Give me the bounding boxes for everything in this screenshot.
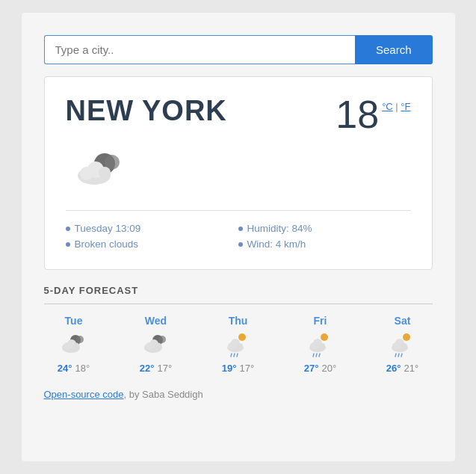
weather-card: NEW YORK 18 °C | °F	[44, 76, 433, 270]
day-icon	[143, 331, 170, 358]
forecast-day: Fri 27°20°	[291, 315, 350, 374]
svg-line-23	[231, 354, 232, 357]
svg-point-22	[237, 343, 243, 349]
dot-datetime	[66, 227, 70, 231]
day-label: Fri	[314, 315, 327, 327]
svg-line-33	[319, 354, 320, 357]
wind-label: Wind: 4 km/h	[247, 238, 306, 250]
svg-line-25	[237, 354, 238, 357]
svg-line-24	[234, 354, 235, 357]
humidity-label: Humidity: 84%	[247, 223, 312, 234]
forecast-day: Wed 22°17°	[126, 315, 186, 374]
forecast-divider	[44, 304, 433, 304]
svg-point-30	[319, 343, 325, 349]
weather-icon-area	[66, 141, 411, 198]
svg-point-13	[158, 336, 166, 343]
forecast-section: 5-DAY FORECAST Tue 24°18°Wed 22°17°Thu	[44, 285, 433, 374]
forecast-day: Thu 19°17°	[208, 315, 268, 374]
forecast-days: Tue 24°18°Wed 22°17°Thu	[44, 315, 433, 374]
dot-wind	[238, 242, 243, 247]
footer: Open-source code, by Saba Seddigh	[44, 389, 433, 400]
day-low: 21°	[404, 363, 419, 374]
date-time-item: Tuesday 13:09	[66, 223, 238, 234]
weather-condition-icon	[73, 149, 127, 188]
svg-line-39	[395, 354, 396, 357]
day-low: 18°	[75, 363, 90, 374]
day-icon	[389, 331, 416, 358]
day-low: 17°	[240, 363, 255, 374]
day-low: 17°	[158, 363, 173, 374]
details-right: Humidity: 84% Wind: 4 km/h	[238, 223, 411, 254]
svg-line-31	[313, 354, 314, 357]
day-icon	[225, 331, 252, 358]
svg-point-34	[403, 333, 410, 341]
day-temps: 19°17°	[222, 363, 254, 374]
day-high: 26°	[386, 363, 401, 374]
svg-point-17	[155, 343, 161, 350]
day-low: 20°	[322, 363, 337, 374]
svg-point-38	[401, 343, 407, 349]
app-container: Search NEW YORK 18 °C | °F	[22, 13, 455, 461]
svg-line-40	[398, 354, 399, 357]
city-name: NEW YORK	[66, 95, 227, 127]
day-high: 22°	[140, 363, 155, 374]
temperature-value: 18	[336, 95, 379, 134]
date-time-label: Tuesday 13:09	[75, 223, 141, 234]
dot-condition	[66, 242, 70, 247]
day-label: Thu	[229, 315, 248, 327]
svg-point-7	[76, 336, 84, 343]
svg-point-18	[238, 333, 246, 341]
day-label: Wed	[145, 315, 167, 327]
day-high: 19°	[222, 363, 237, 374]
search-row: Search	[44, 35, 433, 64]
weather-divider	[66, 210, 411, 211]
details-left: Tuesday 13:09 Broken clouds	[66, 223, 238, 254]
temp-units: °C | °F	[382, 95, 410, 112]
day-temps: 22°17°	[140, 363, 172, 374]
temp-block: 18 °C | °F	[336, 95, 410, 134]
day-high: 24°	[58, 363, 72, 374]
search-button[interactable]: Search	[355, 35, 433, 64]
day-high: 27°	[304, 363, 319, 374]
celsius-link[interactable]: °C	[382, 101, 393, 112]
forecast-title: 5-DAY FORECAST	[44, 285, 433, 296]
svg-line-41	[401, 354, 402, 357]
svg-point-5	[99, 167, 111, 179]
forecast-day: Sat 26°21°	[373, 315, 433, 374]
svg-line-32	[316, 354, 317, 357]
fahrenheit-link[interactable]: °F	[401, 101, 410, 112]
condition-label: Broken clouds	[75, 238, 139, 250]
humidity-item: Humidity: 84%	[238, 223, 411, 234]
day-temps: 26°21°	[386, 363, 418, 374]
day-temps: 24°18°	[58, 363, 90, 374]
day-label: Tue	[65, 315, 83, 327]
weather-main: NEW YORK 18 °C | °F	[66, 95, 411, 134]
svg-point-11	[72, 343, 79, 350]
open-source-link[interactable]: Open-source code	[44, 389, 124, 400]
weather-details: Tuesday 13:09 Broken clouds Humidity: 84…	[66, 223, 411, 254]
day-label: Sat	[395, 315, 411, 327]
day-icon	[61, 331, 87, 358]
day-temps: 27°20°	[304, 363, 336, 374]
forecast-day: Tue 24°18°	[44, 315, 104, 374]
condition-item: Broken clouds	[66, 238, 238, 250]
day-icon	[307, 331, 334, 358]
svg-point-26	[321, 333, 328, 341]
dot-humidity	[238, 227, 243, 231]
search-input[interactable]	[44, 35, 355, 64]
wind-item: Wind: 4 km/h	[238, 238, 411, 250]
footer-suffix: , by Saba Seddigh	[123, 389, 203, 400]
